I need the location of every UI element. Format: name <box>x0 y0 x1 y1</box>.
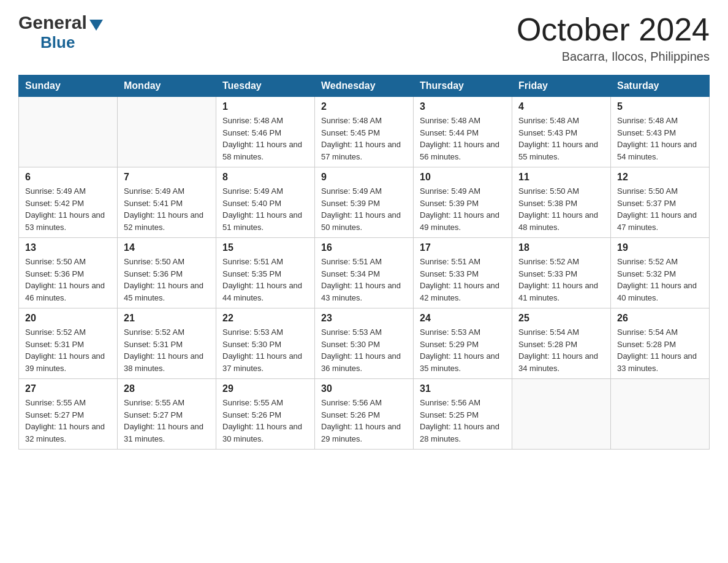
day-number: 14 <box>124 242 210 253</box>
calendar-week-5: 27Sunrise: 5:55 AMSunset: 5:27 PMDayligh… <box>19 379 710 450</box>
day-number: 4 <box>518 101 604 112</box>
day-info: Sunrise: 5:51 AMSunset: 5:33 PMDaylight:… <box>420 256 506 304</box>
header-sunday: Sunday <box>19 75 118 97</box>
day-number: 21 <box>124 313 210 324</box>
day-number: 10 <box>420 172 506 183</box>
calendar-cell-w4-d6: 25Sunrise: 5:54 AMSunset: 5:28 PMDayligh… <box>512 308 611 379</box>
day-info: Sunrise: 5:49 AMSunset: 5:41 PMDaylight:… <box>124 185 210 233</box>
day-number: 6 <box>25 172 111 183</box>
header-wednesday: Wednesday <box>315 75 414 97</box>
calendar-cell-w5-d2: 28Sunrise: 5:55 AMSunset: 5:27 PMDayligh… <box>118 379 216 450</box>
header-monday: Monday <box>118 75 216 97</box>
day-info: Sunrise: 5:56 AMSunset: 5:25 PMDaylight:… <box>420 397 506 445</box>
day-info: Sunrise: 5:55 AMSunset: 5:27 PMDaylight:… <box>25 397 111 445</box>
day-number: 24 <box>420 313 506 324</box>
month-title: October 2024 <box>517 12 710 47</box>
day-number: 9 <box>321 172 407 183</box>
day-number: 19 <box>617 242 703 253</box>
day-number: 30 <box>321 383 407 394</box>
calendar-cell-w1-d3: 1Sunrise: 5:48 AMSunset: 5:46 PMDaylight… <box>216 97 315 167</box>
day-info: Sunrise: 5:48 AMSunset: 5:43 PMDaylight:… <box>617 115 703 163</box>
day-info: Sunrise: 5:53 AMSunset: 5:30 PMDaylight:… <box>321 326 407 374</box>
calendar-cell-w1-d5: 3Sunrise: 5:48 AMSunset: 5:44 PMDaylight… <box>414 97 512 167</box>
day-info: Sunrise: 5:52 AMSunset: 5:33 PMDaylight:… <box>518 256 604 304</box>
calendar-cell-w4-d1: 20Sunrise: 5:52 AMSunset: 5:31 PMDayligh… <box>19 308 118 379</box>
calendar-cell-w1-d4: 2Sunrise: 5:48 AMSunset: 5:45 PMDaylight… <box>315 97 414 167</box>
day-info: Sunrise: 5:50 AMSunset: 5:36 PMDaylight:… <box>25 256 111 304</box>
day-info: Sunrise: 5:49 AMSunset: 5:39 PMDaylight:… <box>321 185 407 233</box>
calendar-cell-w1-d2 <box>118 97 216 167</box>
day-info: Sunrise: 5:50 AMSunset: 5:38 PMDaylight:… <box>518 185 604 233</box>
day-number: 17 <box>420 242 506 253</box>
calendar-cell-w3-d1: 13Sunrise: 5:50 AMSunset: 5:36 PMDayligh… <box>19 238 118 308</box>
calendar-cell-w1-d7: 5Sunrise: 5:48 AMSunset: 5:43 PMDaylight… <box>611 97 710 167</box>
calendar-week-3: 13Sunrise: 5:50 AMSunset: 5:36 PMDayligh… <box>19 238 710 308</box>
calendar-week-2: 6Sunrise: 5:49 AMSunset: 5:42 PMDaylight… <box>19 167 710 238</box>
day-info: Sunrise: 5:52 AMSunset: 5:31 PMDaylight:… <box>25 326 111 374</box>
calendar-header-row: Sunday Monday Tuesday Wednesday Thursday… <box>19 75 710 97</box>
calendar-cell-w1-d1 <box>19 97 118 167</box>
calendar-cell-w2-d6: 11Sunrise: 5:50 AMSunset: 5:38 PMDayligh… <box>512 167 611 238</box>
day-number: 5 <box>617 101 703 112</box>
calendar-cell-w5-d1: 27Sunrise: 5:55 AMSunset: 5:27 PMDayligh… <box>19 379 118 450</box>
day-info: Sunrise: 5:49 AMSunset: 5:40 PMDaylight:… <box>222 185 308 233</box>
calendar-cell-w1-d6: 4Sunrise: 5:48 AMSunset: 5:43 PMDaylight… <box>512 97 611 167</box>
day-info: Sunrise: 5:50 AMSunset: 5:37 PMDaylight:… <box>617 185 703 233</box>
calendar-cell-w2-d5: 10Sunrise: 5:49 AMSunset: 5:39 PMDayligh… <box>414 167 512 238</box>
day-number: 26 <box>617 313 703 324</box>
calendar-cell-w5-d4: 30Sunrise: 5:56 AMSunset: 5:26 PMDayligh… <box>315 379 414 450</box>
header-tuesday: Tuesday <box>216 75 315 97</box>
day-number: 20 <box>25 313 111 324</box>
day-info: Sunrise: 5:49 AMSunset: 5:42 PMDaylight:… <box>25 185 111 233</box>
logo: General Blue <box>18 12 103 52</box>
page-header: General Blue October 2024 Bacarra, Iloco… <box>18 12 710 64</box>
header-saturday: Saturday <box>611 75 710 97</box>
day-info: Sunrise: 5:48 AMSunset: 5:44 PMDaylight:… <box>420 115 506 163</box>
day-info: Sunrise: 5:51 AMSunset: 5:34 PMDaylight:… <box>321 256 407 304</box>
logo-general-text: General <box>18 12 87 33</box>
day-number: 13 <box>25 242 111 253</box>
calendar-cell-w3-d4: 16Sunrise: 5:51 AMSunset: 5:34 PMDayligh… <box>315 238 414 308</box>
day-number: 1 <box>222 101 308 112</box>
calendar-cell-w2-d3: 8Sunrise: 5:49 AMSunset: 5:40 PMDaylight… <box>216 167 315 238</box>
calendar-cell-w2-d4: 9Sunrise: 5:49 AMSunset: 5:39 PMDaylight… <box>315 167 414 238</box>
day-number: 31 <box>420 383 506 394</box>
calendar-week-1: 1Sunrise: 5:48 AMSunset: 5:46 PMDaylight… <box>19 97 710 167</box>
day-number: 18 <box>518 242 604 253</box>
calendar-cell-w3-d2: 14Sunrise: 5:50 AMSunset: 5:36 PMDayligh… <box>118 238 216 308</box>
calendar-cell-w2-d1: 6Sunrise: 5:49 AMSunset: 5:42 PMDaylight… <box>19 167 118 238</box>
day-info: Sunrise: 5:53 AMSunset: 5:29 PMDaylight:… <box>420 326 506 374</box>
location: Bacarra, Ilocos, Philippines <box>517 50 710 64</box>
calendar-week-4: 20Sunrise: 5:52 AMSunset: 5:31 PMDayligh… <box>19 308 710 379</box>
calendar-cell-w4-d7: 26Sunrise: 5:54 AMSunset: 5:28 PMDayligh… <box>611 308 710 379</box>
calendar-cell-w5-d6 <box>512 379 611 450</box>
calendar-table: Sunday Monday Tuesday Wednesday Thursday… <box>18 75 710 450</box>
day-number: 12 <box>617 172 703 183</box>
day-number: 16 <box>321 242 407 253</box>
day-number: 11 <box>518 172 604 183</box>
calendar-cell-w3-d3: 15Sunrise: 5:51 AMSunset: 5:35 PMDayligh… <box>216 238 315 308</box>
day-number: 22 <box>222 313 308 324</box>
day-info: Sunrise: 5:49 AMSunset: 5:39 PMDaylight:… <box>420 185 506 233</box>
title-block: October 2024 Bacarra, Ilocos, Philippine… <box>517 12 710 64</box>
day-number: 8 <box>222 172 308 183</box>
logo-triangle-icon <box>89 20 103 31</box>
day-info: Sunrise: 5:48 AMSunset: 5:43 PMDaylight:… <box>518 115 604 163</box>
day-number: 3 <box>420 101 506 112</box>
day-number: 28 <box>124 383 210 394</box>
calendar-cell-w3-d6: 18Sunrise: 5:52 AMSunset: 5:33 PMDayligh… <box>512 238 611 308</box>
day-number: 23 <box>321 313 407 324</box>
day-number: 7 <box>124 172 210 183</box>
day-number: 25 <box>518 313 604 324</box>
day-number: 15 <box>222 242 308 253</box>
calendar-cell-w5-d7 <box>611 379 710 450</box>
calendar-cell-w2-d7: 12Sunrise: 5:50 AMSunset: 5:37 PMDayligh… <box>611 167 710 238</box>
calendar-cell-w5-d3: 29Sunrise: 5:55 AMSunset: 5:26 PMDayligh… <box>216 379 315 450</box>
day-info: Sunrise: 5:53 AMSunset: 5:30 PMDaylight:… <box>222 326 308 374</box>
calendar-cell-w4-d4: 23Sunrise: 5:53 AMSunset: 5:30 PMDayligh… <box>315 308 414 379</box>
day-number: 29 <box>222 383 308 394</box>
logo-blue-text: Blue <box>40 33 75 52</box>
day-info: Sunrise: 5:56 AMSunset: 5:26 PMDaylight:… <box>321 397 407 445</box>
calendar-cell-w4-d3: 22Sunrise: 5:53 AMSunset: 5:30 PMDayligh… <box>216 308 315 379</box>
day-number: 2 <box>321 101 407 112</box>
